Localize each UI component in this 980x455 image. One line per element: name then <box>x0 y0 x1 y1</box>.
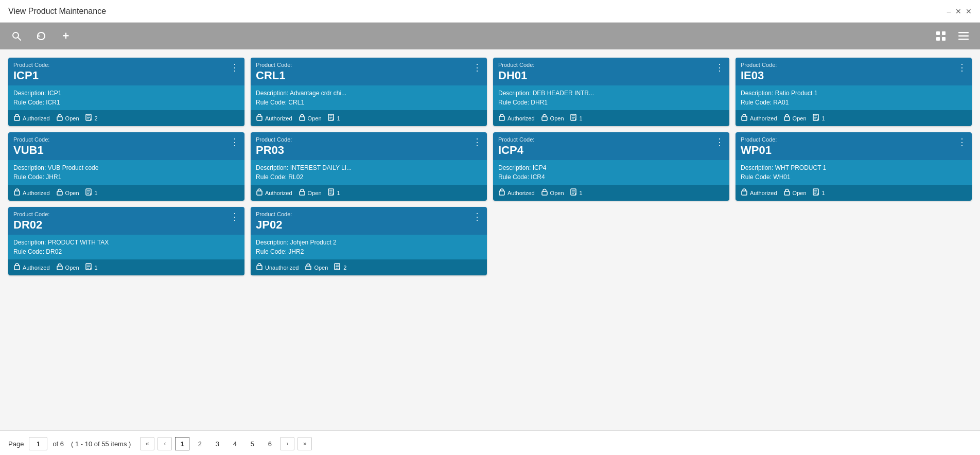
card-menu-dots[interactable]: ⋮ <box>230 137 239 147</box>
edit-count[interactable]: 1 <box>328 114 340 122</box>
auth-status[interactable]: Authorized <box>256 114 292 122</box>
card-menu-dots[interactable]: ⋮ <box>472 63 482 72</box>
auth-status[interactable]: Unauthorized <box>256 263 299 272</box>
product-card-dh01[interactable]: Product Code: DH01 ⋮ Description: DEB HE… <box>493 58 729 126</box>
product-card-wp01[interactable]: Product Code: WP01 ⋮ Description: WHT PR… <box>736 132 972 201</box>
card-rule-code: Rule Code: ICR1 <box>13 99 239 106</box>
card-menu-dots[interactable]: ⋮ <box>957 63 967 72</box>
auth-status[interactable]: Authorized <box>13 263 50 272</box>
auth-status[interactable]: Authorized <box>256 188 292 197</box>
page-number-3[interactable]: 3 <box>210 437 224 450</box>
card-header: Product Code: ICP4 ⋮ <box>493 132 729 160</box>
edit-count[interactable]: 2 <box>334 263 346 272</box>
lock-status[interactable]: Open <box>56 114 79 122</box>
card-header: Product Code: CRL1 ⋮ <box>251 58 487 85</box>
lock-status[interactable]: Open <box>783 188 807 197</box>
svg-rect-2 <box>936 31 940 35</box>
card-description: Description: Ratio Product 1 <box>741 90 967 97</box>
svg-rect-5 <box>942 37 946 41</box>
lock-status[interactable]: Open <box>299 114 322 122</box>
page-number-6[interactable]: 6 <box>262 437 277 450</box>
edit-count[interactable]: 1 <box>85 188 98 197</box>
lock-status[interactable]: Open <box>541 114 564 122</box>
last-page-button[interactable]: » <box>297 437 312 450</box>
card-menu-dots[interactable]: ⋮ <box>715 63 724 72</box>
product-card-pr03[interactable]: Product Code: PR03 ⋮ Description: INTERE… <box>251 132 487 201</box>
card-menu-dots[interactable]: ⋮ <box>472 137 482 147</box>
add-icon[interactable]: + <box>58 28 74 44</box>
edit-count[interactable]: 1 <box>813 188 825 197</box>
product-card-icp1[interactable]: Product Code: ICP1 ⋮ Description: ICP1 R… <box>8 58 244 126</box>
auth-status[interactable]: Authorized <box>13 114 50 122</box>
lock-status[interactable]: Open <box>305 263 328 272</box>
card-body: Description: DEB HEADER INTR... Rule Cod… <box>493 85 729 110</box>
card-menu-dots[interactable]: ⋮ <box>715 137 724 147</box>
edit-count[interactable]: 1 <box>570 114 583 122</box>
refresh-icon[interactable] <box>33 28 49 44</box>
lock-status-label: Open <box>550 115 564 121</box>
product-code-value: CRL1 <box>256 69 482 82</box>
svg-rect-65 <box>306 266 311 270</box>
product-code-label: Product Code: <box>256 62 482 68</box>
auth-status[interactable]: Authorized <box>741 114 777 122</box>
close-icon[interactable]: ✕ <box>966 7 972 15</box>
product-card-vub1[interactable]: Product Code: VUB1 ⋮ Description: VUB Pr… <box>8 132 244 201</box>
prev-page-button[interactable]: ‹ <box>157 437 172 450</box>
lock-status-label: Open <box>793 190 807 196</box>
page-number-1[interactable]: 1 <box>175 437 189 450</box>
page-number-2[interactable]: 2 <box>192 437 207 450</box>
page-input[interactable] <box>29 437 47 450</box>
product-code-label: Product Code: <box>13 136 239 143</box>
hamburger-menu-icon[interactable] <box>955 28 972 44</box>
card-body: Description: Johjen Product 2 Rule Code:… <box>251 235 487 259</box>
lock-status[interactable]: Open <box>299 188 322 197</box>
svg-rect-63 <box>257 266 262 270</box>
card-rule-code: Rule Code: ICR4 <box>498 173 724 181</box>
product-code-value: IE03 <box>741 69 967 82</box>
maximize-icon[interactable]: ✕ <box>955 7 961 15</box>
card-description: Description: INTEREST DAILY LI... <box>256 164 482 171</box>
lock-status[interactable]: Open <box>56 263 79 272</box>
product-code-label: Product Code: <box>498 136 724 143</box>
auth-status[interactable]: Authorized <box>741 188 777 197</box>
product-card-icp4[interactable]: Product Code: ICP4 ⋮ Description: ICP4 R… <box>493 132 729 201</box>
auth-status[interactable]: Authorized <box>498 114 535 122</box>
card-description: Description: Johjen Product 2 <box>256 239 482 246</box>
lock-status[interactable]: Open <box>783 114 807 122</box>
search-icon[interactable] <box>8 28 25 44</box>
card-menu-dots[interactable]: ⋮ <box>472 212 482 221</box>
product-card-crl1[interactable]: Product Code: CRL1 ⋮ Description: Advant… <box>251 58 487 126</box>
lock-status[interactable]: Open <box>541 188 564 197</box>
edit-count[interactable]: 1 <box>85 263 98 272</box>
auth-status-label: Authorized <box>265 115 292 121</box>
product-card-jp02[interactable]: Product Code: JP02 ⋮ Description: Johjen… <box>251 207 487 275</box>
page-number-5[interactable]: 5 <box>245 437 259 450</box>
edit-count[interactable]: 1 <box>813 114 825 122</box>
product-card-ie03[interactable]: Product Code: IE03 ⋮ Description: Ratio … <box>736 58 972 126</box>
card-menu-dots[interactable]: ⋮ <box>957 137 967 147</box>
edit-icon <box>813 188 820 197</box>
edit-count-value: 1 <box>580 115 583 121</box>
card-rule-code: Rule Code: WH01 <box>741 173 967 181</box>
next-page-button[interactable]: › <box>280 437 294 450</box>
auth-status[interactable]: Authorized <box>498 188 535 197</box>
card-menu-dots[interactable]: ⋮ <box>230 63 239 72</box>
edit-count[interactable]: 2 <box>85 114 98 122</box>
product-code-label: Product Code: <box>256 136 482 143</box>
first-page-button[interactable]: « <box>140 437 154 450</box>
product-card-dr02[interactable]: Product Code: DR02 ⋮ Description: PRODUC… <box>8 207 244 275</box>
edit-count[interactable]: 1 <box>570 188 583 197</box>
edit-count-value: 1 <box>95 190 98 196</box>
edit-icon <box>570 114 577 122</box>
main-content: Product Code: ICP1 ⋮ Description: ICP1 R… <box>0 49 980 430</box>
grid-view-icon[interactable] <box>933 28 949 44</box>
product-code-label: Product Code: <box>741 136 967 143</box>
edit-count[interactable]: 1 <box>328 188 340 197</box>
title-bar-actions: ‒ ✕ ✕ <box>947 7 972 15</box>
lock-status[interactable]: Open <box>56 188 79 197</box>
auth-status[interactable]: Authorized <box>13 188 50 197</box>
page-number-4[interactable]: 4 <box>227 437 242 450</box>
svg-rect-28 <box>784 117 790 120</box>
card-menu-dots[interactable]: ⋮ <box>230 212 239 221</box>
minimize-icon[interactable]: ‒ <box>947 7 951 15</box>
